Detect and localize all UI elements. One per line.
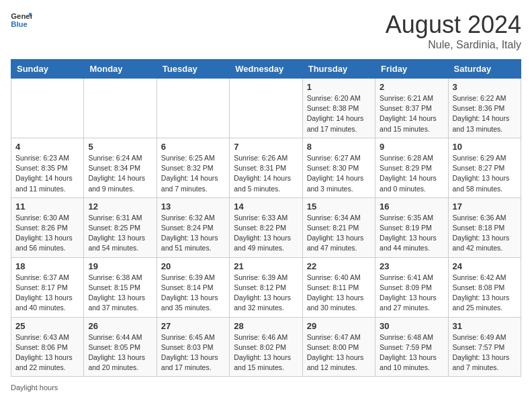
day-number: 10 <box>453 142 517 152</box>
day-number: 16 <box>380 201 443 212</box>
day-info: Sunrise: 6:29 AM Sunset: 8:27 PM Dayligh… <box>453 153 517 194</box>
day-number: 27 <box>161 321 225 331</box>
day-number: 7 <box>234 142 298 152</box>
day-number: 12 <box>88 201 152 212</box>
calendar-cell: 20Sunrise: 6:39 AM Sunset: 8:14 PM Dayli… <box>157 257 229 317</box>
calendar-cell: 26Sunrise: 6:44 AM Sunset: 8:05 PM Dayli… <box>84 317 157 377</box>
day-info: Sunrise: 6:48 AM Sunset: 7:59 PM Dayligh… <box>380 332 443 373</box>
calendar-cell: 14Sunrise: 6:33 AM Sunset: 8:22 PM Dayli… <box>230 197 302 257</box>
day-number: 9 <box>380 142 443 152</box>
day-number: 22 <box>307 261 371 271</box>
day-number: 17 <box>453 201 517 212</box>
day-info: Sunrise: 6:31 AM Sunset: 8:25 PM Dayligh… <box>88 213 152 254</box>
day-number: 5 <box>88 142 152 152</box>
day-info: Sunrise: 6:39 AM Sunset: 8:12 PM Dayligh… <box>234 273 298 314</box>
calendar-cell: 16Sunrise: 6:35 AM Sunset: 8:19 PM Dayli… <box>375 197 448 257</box>
day-number: 6 <box>161 142 225 152</box>
calendar-cell: 18Sunrise: 6:37 AM Sunset: 8:17 PM Dayli… <box>11 257 84 317</box>
calendar-cell: 21Sunrise: 6:39 AM Sunset: 8:12 PM Dayli… <box>230 257 302 317</box>
day-number: 31 <box>453 321 517 331</box>
day-number: 15 <box>307 201 371 212</box>
day-number: 8 <box>307 142 371 152</box>
day-number: 1 <box>307 82 371 92</box>
calendar-cell: 27Sunrise: 6:45 AM Sunset: 8:03 PM Dayli… <box>157 317 229 377</box>
calendar-week-row: 1Sunrise: 6:20 AM Sunset: 8:38 PM Daylig… <box>11 79 521 138</box>
calendar-table: SundayMondayTuesdayWednesdayThursdayFrid… <box>11 59 521 377</box>
day-info: Sunrise: 6:46 AM Sunset: 8:02 PM Dayligh… <box>234 332 298 373</box>
day-number: 23 <box>380 261 443 271</box>
calendar-cell: 11Sunrise: 6:30 AM Sunset: 8:26 PM Dayli… <box>11 197 84 257</box>
day-number: 3 <box>453 82 517 92</box>
day-info: Sunrise: 6:32 AM Sunset: 8:24 PM Dayligh… <box>161 213 225 254</box>
location-subtitle: Nule, Sardinia, Italy <box>386 39 521 51</box>
day-info: Sunrise: 6:23 AM Sunset: 8:35 PM Dayligh… <box>15 153 79 194</box>
day-number: 29 <box>307 321 371 331</box>
day-number: 14 <box>234 201 298 212</box>
day-number: 18 <box>15 261 79 271</box>
calendar-cell: 7Sunrise: 6:26 AM Sunset: 8:31 PM Daylig… <box>230 138 302 197</box>
day-info: Sunrise: 6:40 AM Sunset: 8:11 PM Dayligh… <box>307 273 371 314</box>
day-info: Sunrise: 6:43 AM Sunset: 8:06 PM Dayligh… <box>15 332 79 373</box>
day-info: Sunrise: 6:34 AM Sunset: 8:21 PM Dayligh… <box>307 213 371 254</box>
calendar-cell: 8Sunrise: 6:27 AM Sunset: 8:30 PM Daylig… <box>302 138 375 197</box>
col-header-wednesday: Wednesday <box>230 60 302 79</box>
day-number: 4 <box>15 142 79 152</box>
calendar-cell: 30Sunrise: 6:48 AM Sunset: 7:59 PM Dayli… <box>375 317 448 377</box>
day-number: 11 <box>15 201 79 212</box>
day-info: Sunrise: 6:38 AM Sunset: 8:15 PM Dayligh… <box>88 273 152 314</box>
day-info: Sunrise: 6:21 AM Sunset: 8:37 PM Dayligh… <box>380 93 443 134</box>
calendar-cell: 9Sunrise: 6:28 AM Sunset: 8:29 PM Daylig… <box>375 138 448 197</box>
day-info: Sunrise: 6:45 AM Sunset: 8:03 PM Dayligh… <box>161 332 225 373</box>
calendar-cell: 23Sunrise: 6:41 AM Sunset: 8:09 PM Dayli… <box>375 257 448 317</box>
day-number: 20 <box>161 261 225 271</box>
calendar-cell: 5Sunrise: 6:24 AM Sunset: 8:34 PM Daylig… <box>84 138 157 197</box>
day-info: Sunrise: 6:49 AM Sunset: 7:57 PM Dayligh… <box>453 332 517 373</box>
calendar-week-row: 11Sunrise: 6:30 AM Sunset: 8:26 PM Dayli… <box>11 197 521 257</box>
day-info: Sunrise: 6:27 AM Sunset: 8:30 PM Dayligh… <box>307 153 371 194</box>
calendar-cell: 19Sunrise: 6:38 AM Sunset: 8:15 PM Dayli… <box>84 257 157 317</box>
day-info: Sunrise: 6:36 AM Sunset: 8:18 PM Dayligh… <box>453 213 517 254</box>
logo-icon: General Blue <box>11 11 32 30</box>
calendar-cell: 31Sunrise: 6:49 AM Sunset: 7:57 PM Dayli… <box>448 317 521 377</box>
day-info: Sunrise: 6:20 AM Sunset: 8:38 PM Dayligh… <box>307 93 371 134</box>
col-header-thursday: Thursday <box>302 60 375 79</box>
calendar-cell <box>157 79 229 138</box>
svg-text:Blue: Blue <box>11 20 28 28</box>
calendar-cell: 4Sunrise: 6:23 AM Sunset: 8:35 PM Daylig… <box>11 138 84 197</box>
calendar-cell: 13Sunrise: 6:32 AM Sunset: 8:24 PM Dayli… <box>157 197 229 257</box>
calendar-cell <box>84 79 157 138</box>
calendar-cell: 10Sunrise: 6:29 AM Sunset: 8:27 PM Dayli… <box>448 138 521 197</box>
day-info: Sunrise: 6:42 AM Sunset: 8:08 PM Dayligh… <box>453 273 517 314</box>
day-number: 28 <box>234 321 298 331</box>
day-info: Sunrise: 6:35 AM Sunset: 8:19 PM Dayligh… <box>380 213 443 254</box>
day-number: 25 <box>15 321 79 331</box>
calendar-cell: 6Sunrise: 6:25 AM Sunset: 8:32 PM Daylig… <box>157 138 229 197</box>
calendar-cell: 17Sunrise: 6:36 AM Sunset: 8:18 PM Dayli… <box>448 197 521 257</box>
calendar-cell: 29Sunrise: 6:47 AM Sunset: 8:00 PM Dayli… <box>302 317 375 377</box>
title-block: August 2024 Nule, Sardinia, Italy <box>386 11 521 51</box>
day-number: 2 <box>380 82 443 92</box>
day-number: 21 <box>234 261 298 271</box>
calendar-cell: 28Sunrise: 6:46 AM Sunset: 8:02 PM Dayli… <box>230 317 302 377</box>
calendar-cell: 15Sunrise: 6:34 AM Sunset: 8:21 PM Dayli… <box>302 197 375 257</box>
col-header-saturday: Saturday <box>448 60 521 79</box>
calendar-cell: 3Sunrise: 6:22 AM Sunset: 8:36 PM Daylig… <box>448 79 521 138</box>
day-info: Sunrise: 6:47 AM Sunset: 8:00 PM Dayligh… <box>307 332 371 373</box>
day-info: Sunrise: 6:33 AM Sunset: 8:22 PM Dayligh… <box>234 213 298 254</box>
day-info: Sunrise: 6:28 AM Sunset: 8:29 PM Dayligh… <box>380 153 443 194</box>
calendar-cell: 2Sunrise: 6:21 AM Sunset: 8:37 PM Daylig… <box>375 79 448 138</box>
calendar-header-row: SundayMondayTuesdayWednesdayThursdayFrid… <box>11 60 521 79</box>
day-info: Sunrise: 6:25 AM Sunset: 8:32 PM Dayligh… <box>161 153 225 194</box>
calendar-cell: 1Sunrise: 6:20 AM Sunset: 8:38 PM Daylig… <box>302 79 375 138</box>
calendar-week-row: 4Sunrise: 6:23 AM Sunset: 8:35 PM Daylig… <box>11 138 521 197</box>
day-info: Sunrise: 6:37 AM Sunset: 8:17 PM Dayligh… <box>15 273 79 314</box>
page-header: General Blue August 2024 Nule, Sardinia,… <box>11 11 521 51</box>
day-info: Sunrise: 6:24 AM Sunset: 8:34 PM Dayligh… <box>88 153 152 194</box>
day-number: 19 <box>88 261 152 271</box>
calendar-cell <box>230 79 302 138</box>
day-number: 30 <box>380 321 443 331</box>
day-info: Sunrise: 6:41 AM Sunset: 8:09 PM Dayligh… <box>380 273 443 314</box>
col-header-friday: Friday <box>375 60 448 79</box>
day-info: Sunrise: 6:22 AM Sunset: 8:36 PM Dayligh… <box>453 93 517 134</box>
day-number: 13 <box>161 201 225 212</box>
